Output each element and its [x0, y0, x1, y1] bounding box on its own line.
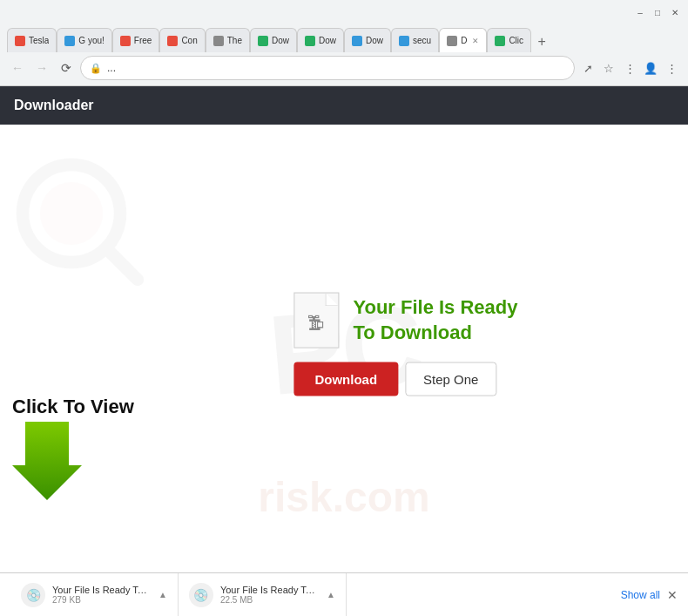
page-content: PC risk.com 🗜 Your File Is Ready To Down… [0, 125, 688, 573]
tab-favicon-the [213, 36, 224, 46]
tab-bar: Tesla G you! Free Con The Dow Dow Dow [0, 24, 688, 52]
tab-active[interactable]: D ✕ [439, 28, 487, 52]
tab-favicon-free [120, 36, 131, 46]
download-item-1-icon: 💿 [21, 583, 45, 607]
tab-label-dow1: Dow [272, 36, 289, 45]
svg-point-2 [40, 182, 103, 245]
download-item-2-chevron[interactable]: ▲ [327, 590, 335, 599]
download-button[interactable]: Download [293, 362, 398, 396]
tab-favicon-con [167, 36, 178, 46]
tab-close-active[interactable]: ✕ [472, 37, 479, 45]
tab-con[interactable]: Con [159, 28, 205, 52]
download-item-2[interactable]: 💿 Your File Is Ready T....iso 22.5 MB ▲ [179, 573, 347, 616]
download-item-2-name: Your File Is Ready T....iso [220, 585, 316, 595]
tab-favicon-dow3 [352, 36, 362, 46]
tab-favicon-dow2 [305, 36, 315, 46]
address-text: ... [107, 62, 565, 74]
back-button[interactable]: ← [7, 58, 28, 78]
tab-label-the: The [227, 36, 242, 45]
address-bar-row: ← → ⟳ 🔒 ... ➚ ☆ ⋮ 👤 ⋮ [0, 52, 688, 85]
svg-marker-3 [12, 422, 82, 500]
tab-the[interactable]: The [206, 28, 250, 52]
svg-point-0 [23, 165, 120, 262]
tab-favicon-dow1 [258, 36, 268, 46]
menu-button[interactable]: ⋮ [662, 58, 681, 78]
tab-favicon-secu [399, 36, 409, 46]
profile-button[interactable]: 👤 [641, 58, 660, 78]
new-tab-button[interactable]: + [531, 31, 552, 52]
download-item-2-icon: 💿 [189, 583, 213, 607]
address-box[interactable]: 🔒 ... [80, 56, 575, 80]
magnifier-watermark [9, 151, 148, 290]
tab-label-con: Con [181, 36, 197, 45]
download-bar-close[interactable]: ✕ [667, 588, 678, 602]
tab-secu[interactable]: secu [391, 28, 439, 52]
zip-icon: 🗜 [307, 314, 325, 334]
minimize-button[interactable]: – [634, 6, 646, 18]
tab-label-dow3: Dow [366, 36, 383, 45]
page-title: Downloader [14, 98, 94, 113]
tab-favicon-active [447, 36, 457, 46]
tab-free[interactable]: Free [112, 28, 160, 52]
title-bar: – □ ✕ [0, 0, 688, 24]
bookmark-button[interactable]: ☆ [599, 58, 618, 78]
content-center: 🗜 Your File Is Ready To Download Downloa… [293, 292, 544, 396]
tab-favicon-clic [495, 36, 505, 46]
page-header: Downloader [0, 86, 688, 125]
button-row: Download Step One [293, 362, 496, 396]
svg-line-1 [108, 250, 138, 280]
maximize-button[interactable]: □ [651, 6, 664, 18]
tab-dow2[interactable]: Dow [297, 28, 344, 52]
tab-label-active: D [461, 36, 467, 45]
download-item-1-size: 279 KB [52, 595, 148, 605]
file-row: 🗜 Your File Is Ready To Download [293, 292, 544, 348]
forward-button[interactable]: → [31, 58, 52, 78]
tab-label-google: G you! [78, 36, 104, 45]
file-icon: 🗜 [293, 292, 339, 348]
download-item-1-info: Your File Is Ready T....iso 279 KB [52, 585, 148, 605]
tab-favicon-tesla [15, 36, 25, 46]
download-item-2-info: Your File Is Ready T....iso 22.5 MB [220, 585, 316, 605]
watermark-sub: risk.com [258, 473, 429, 521]
step-one-button[interactable]: Step One [405, 362, 496, 396]
click-to-view-label: Click To View [12, 396, 134, 418]
extensions-button[interactable]: ⋮ [620, 58, 639, 78]
tab-tesla[interactable]: Tesla [7, 28, 57, 52]
tab-dow3[interactable]: Dow [344, 28, 391, 52]
download-item-2-size: 22.5 MB [220, 595, 316, 605]
tab-label-clic: Clic [509, 36, 523, 45]
tab-label-free: Free [134, 36, 152, 45]
download-item-1[interactable]: 💿 Your File Is Ready T....iso 279 KB ▲ [10, 573, 179, 616]
tab-label-secu: secu [413, 36, 431, 45]
share-button[interactable]: ➚ [578, 58, 597, 78]
tab-favicon-google [64, 36, 75, 46]
lock-icon: 🔒 [90, 63, 102, 74]
close-button[interactable]: ✕ [669, 6, 681, 18]
tab-dow1[interactable]: Dow [250, 28, 297, 52]
ready-text: Your File Is Ready To Download [353, 294, 544, 344]
tab-google[interactable]: G you! [57, 28, 111, 52]
click-to-view-section: Click To View [12, 396, 134, 504]
tab-label-tesla: Tesla [29, 36, 49, 45]
green-arrow-icon [12, 422, 82, 500]
download-bar: 💿 Your File Is Ready T....iso 279 KB ▲ 💿… [0, 572, 688, 616]
tab-label-dow2: Dow [319, 36, 336, 45]
download-item-1-name: Your File Is Ready T....iso [52, 585, 148, 595]
download-item-1-chevron[interactable]: ▲ [159, 590, 167, 599]
reload-button[interactable]: ⟳ [56, 58, 77, 78]
tab-clic[interactable]: Clic [487, 28, 531, 52]
show-all-button[interactable]: Show all [621, 589, 660, 601]
